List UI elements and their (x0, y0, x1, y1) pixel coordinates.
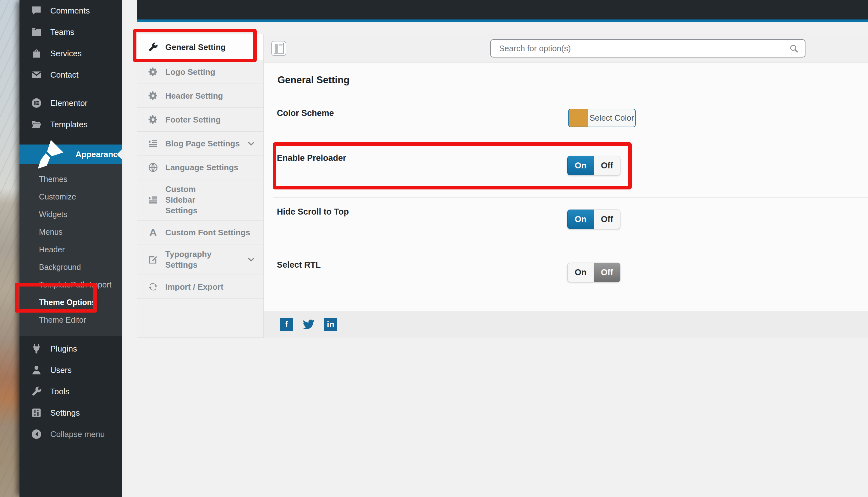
twitter-icon[interactable] (302, 318, 316, 331)
sidebar-item-contact[interactable]: Contact (19, 64, 122, 85)
sliders-icon (31, 407, 42, 418)
toggle-off-option[interactable]: Off (594, 262, 620, 282)
sidebar-item-label: Services (50, 49, 82, 58)
toggle-off-option[interactable]: Off (594, 156, 620, 175)
submenu-item-templatepath-import[interactable]: TemplatePath Import (19, 276, 122, 294)
settings-content: General Setting Color Scheme Select Colo… (264, 62, 868, 338)
submenu-item-background[interactable]: Background (19, 258, 122, 276)
submenu-item-themes[interactable]: Themes (19, 170, 122, 188)
font-a-icon: A (148, 227, 158, 238)
globe-icon (148, 162, 158, 173)
sidebar-item-teams[interactable]: Teams (19, 22, 122, 43)
layout-preview-button[interactable] (271, 41, 286, 56)
select-color-button[interactable]: Select Color (568, 109, 636, 127)
comment-bubble-icon (31, 5, 42, 16)
theme-options-panel: General Setting Logo Setting Header Sett… (137, 34, 868, 338)
list-indent-icon (148, 195, 158, 205)
tab-custom-sidebar-settings[interactable]: Custom Sidebar Settings (137, 180, 263, 221)
sidebar-item-label: Tools (50, 387, 69, 396)
hide-scroll-toggle[interactable]: On Off (567, 210, 620, 229)
sidebar-item-label: Appearance (75, 150, 122, 159)
user-icon (31, 365, 42, 376)
toggle-off-option[interactable]: Off (594, 210, 620, 229)
sidebar-item-label: Plugins (50, 344, 77, 354)
sidebar-item-settings[interactable]: Settings (19, 402, 122, 424)
search-input[interactable] (490, 39, 806, 57)
sidebar-item-label: Elementor (50, 98, 88, 108)
search-field-wrap (490, 39, 806, 57)
submenu-item-customize[interactable]: Customize (19, 188, 122, 205)
color-scheme-label: Color Scheme (277, 109, 334, 118)
accent-blue-line (137, 19, 868, 22)
select-color-label: Select Color (588, 113, 635, 123)
sidebar-item-label: Users (50, 365, 72, 375)
sync-icon (148, 282, 158, 292)
gear-icon (148, 114, 158, 125)
sidebar-item-label: Collapse menu (50, 429, 104, 439)
enable-preloader-toggle[interactable]: On Off (567, 156, 620, 175)
elementor-icon (31, 97, 42, 109)
panel-header (264, 34, 868, 62)
admin-top-bar (137, 0, 868, 19)
gear-icon (148, 90, 158, 101)
color-swatch (569, 109, 588, 127)
tab-custom-font-settings[interactable]: A Custom Font Settings (137, 221, 263, 244)
sidebar-item-label: Settings (50, 408, 80, 418)
sidebar-item-services[interactable]: Services (19, 43, 122, 64)
enable-preloader-label: Enable Preloader (277, 153, 346, 163)
row-divider (273, 197, 868, 198)
submenu-item-menus[interactable]: Menus (19, 223, 122, 241)
chevron-down-icon (247, 140, 255, 148)
tab-general-setting[interactable]: General Setting (137, 34, 263, 60)
linkedin-icon[interactable]: in (324, 318, 337, 331)
collapse-arrow-icon (31, 428, 42, 440)
tab-language-settings[interactable]: Language Settings (137, 156, 263, 180)
row-divider (273, 246, 868, 246)
appearance-submenu: Themes Customize Widgets Menus Header Ba… (19, 164, 122, 336)
select-rtl-toggle[interactable]: On Off (567, 262, 620, 282)
submenu-item-header[interactable]: Header (19, 241, 122, 258)
background-photo-strip (0, 0, 19, 497)
sidebar-bottom-group: Plugins Users Tools Settings Collapse me… (19, 338, 122, 445)
sidebar-item-label: Templates (50, 120, 88, 129)
list-indent-icon (148, 138, 158, 149)
wrench-icon (148, 42, 158, 53)
tab-import-export[interactable]: Import / Export (137, 275, 263, 299)
tab-logo-setting[interactable]: Logo Setting (137, 60, 263, 84)
hide-scroll-label: Hide Scroll to Top (277, 207, 349, 217)
sidebar-item-elementor[interactable]: Elementor (19, 93, 122, 114)
toggle-on-option[interactable]: On (567, 262, 594, 282)
sidebar-item-comments[interactable]: Comments (19, 0, 122, 22)
collapse-menu-button[interactable]: Collapse menu (19, 424, 122, 445)
sidebar-item-templates[interactable]: Templates (19, 114, 122, 135)
tab-blog-page-settings[interactable]: Blog Page Settings (137, 132, 263, 156)
toggle-on-option[interactable]: On (567, 210, 594, 229)
tab-footer-setting[interactable]: Footer Setting (137, 108, 263, 132)
folder-flag-icon (31, 26, 42, 38)
toggle-on-option[interactable]: On (567, 156, 594, 175)
tab-typography-settings[interactable]: Typography Settings (137, 244, 263, 275)
submenu-item-theme-options[interactable]: Theme Options (19, 294, 122, 311)
facebook-icon[interactable]: f (280, 318, 293, 331)
chevron-down-icon (247, 255, 255, 264)
sidebar-item-label: Comments (50, 6, 90, 16)
select-rtl-label: Select RTL (277, 260, 321, 270)
submenu-item-widgets[interactable]: Widgets (19, 205, 122, 223)
submenu-item-theme-editor[interactable]: Theme Editor (19, 311, 122, 329)
sidebar-item-appearance[interactable]: Appearance (19, 144, 122, 164)
open-folder-icon (31, 119, 42, 130)
panel-footer: f in (264, 311, 868, 338)
paintbrush-icon (31, 136, 67, 172)
sidebar-item-users[interactable]: Users (19, 359, 122, 381)
sidebar-item-label: Contact (50, 70, 79, 80)
sidebar-item-tools[interactable]: Tools (19, 381, 122, 402)
wrench-icon (31, 386, 42, 397)
plug-icon (31, 343, 42, 354)
wp-admin-sidebar: Comments Teams Services Contact Elemento… (19, 0, 122, 497)
sidebar-item-plugins[interactable]: Plugins (19, 338, 122, 359)
tab-header-setting[interactable]: Header Setting (137, 84, 263, 108)
envelope-icon (31, 69, 42, 81)
edit-square-icon (148, 254, 158, 265)
current-menu-arrow (117, 149, 122, 160)
layout-icon (274, 43, 284, 54)
